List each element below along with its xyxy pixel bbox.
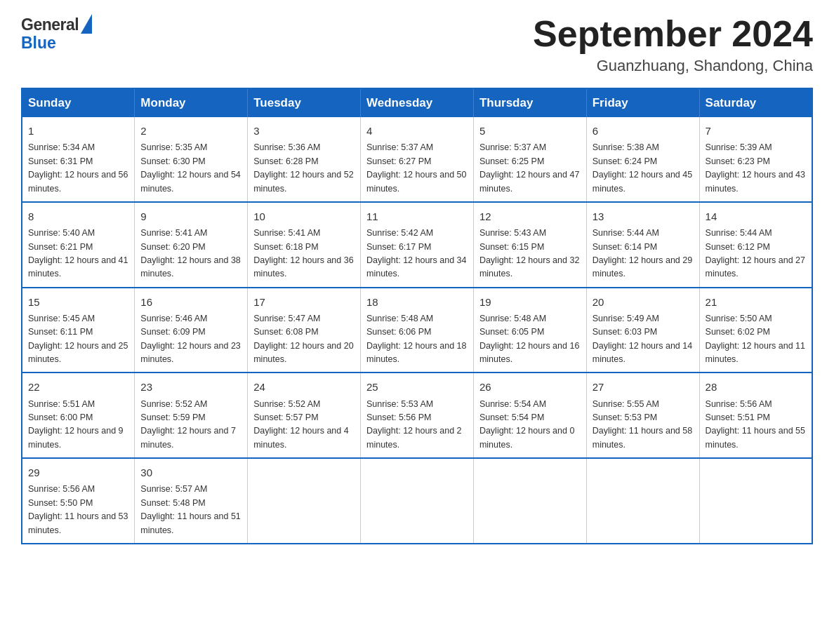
calendar-cell: 6Sunrise: 5:38 AMSunset: 6:24 PMDaylight… bbox=[586, 117, 699, 202]
day-number: 19 bbox=[479, 294, 581, 310]
weekday-header-sunday: Sunday bbox=[22, 88, 135, 117]
day-number: 21 bbox=[706, 294, 806, 310]
calendar-cell bbox=[473, 458, 586, 544]
day-number: 22 bbox=[28, 379, 128, 395]
calendar-cell: 15Sunrise: 5:45 AMSunset: 6:11 PMDayligh… bbox=[22, 288, 135, 373]
day-number: 3 bbox=[253, 123, 355, 139]
logo-general-text: General bbox=[21, 15, 79, 34]
day-number: 11 bbox=[366, 208, 468, 224]
month-title: September 2024 bbox=[533, 14, 813, 54]
calendar-cell bbox=[361, 458, 474, 544]
calendar-cell: 22Sunrise: 5:51 AMSunset: 6:00 PMDayligh… bbox=[22, 373, 135, 458]
page-wrapper: General Blue September 2024 Guanzhuang, … bbox=[0, 0, 834, 558]
calendar-cell: 26Sunrise: 5:54 AMSunset: 5:54 PMDayligh… bbox=[473, 373, 586, 458]
calendar-cell: 24Sunrise: 5:52 AMSunset: 5:57 PMDayligh… bbox=[248, 373, 361, 458]
calendar-cell: 13Sunrise: 5:44 AMSunset: 6:14 PMDayligh… bbox=[586, 202, 699, 288]
calendar-cell: 7Sunrise: 5:39 AMSunset: 6:23 PMDaylight… bbox=[699, 117, 812, 202]
logo-blue-text: Blue bbox=[21, 34, 56, 53]
day-number: 30 bbox=[140, 464, 241, 481]
calendar-week-row: 29Sunrise: 5:56 AMSunset: 5:50 PMDayligh… bbox=[22, 458, 812, 544]
day-number: 13 bbox=[593, 208, 694, 224]
calendar-cell: 4Sunrise: 5:37 AMSunset: 6:27 PMDaylight… bbox=[361, 117, 474, 202]
calendar-cell: 17Sunrise: 5:47 AMSunset: 6:08 PMDayligh… bbox=[248, 288, 361, 373]
calendar-week-row: 8Sunrise: 5:40 AMSunset: 6:21 PMDaylight… bbox=[22, 202, 812, 288]
logo: General Blue bbox=[21, 14, 92, 53]
day-number: 9 bbox=[140, 208, 241, 224]
title-block: September 2024 Guanzhuang, Shandong, Chi… bbox=[533, 14, 813, 75]
weekday-header-thursday: Thursday bbox=[473, 88, 586, 117]
calendar-cell: 12Sunrise: 5:43 AMSunset: 6:15 PMDayligh… bbox=[473, 202, 586, 288]
calendar-cell: 21Sunrise: 5:50 AMSunset: 6:02 PMDayligh… bbox=[699, 288, 812, 373]
calendar-cell: 23Sunrise: 5:52 AMSunset: 5:59 PMDayligh… bbox=[135, 373, 248, 458]
calendar-week-row: 15Sunrise: 5:45 AMSunset: 6:11 PMDayligh… bbox=[22, 288, 812, 373]
weekday-header-saturday: Saturday bbox=[699, 88, 812, 117]
calendar-cell: 29Sunrise: 5:56 AMSunset: 5:50 PMDayligh… bbox=[22, 458, 135, 544]
weekday-header-friday: Friday bbox=[586, 88, 699, 117]
day-number: 28 bbox=[706, 379, 806, 395]
day-number: 6 bbox=[593, 123, 694, 139]
day-number: 26 bbox=[479, 379, 581, 395]
calendar-week-row: 1Sunrise: 5:34 AMSunset: 6:31 PMDaylight… bbox=[22, 117, 812, 202]
calendar-cell: 28Sunrise: 5:56 AMSunset: 5:51 PMDayligh… bbox=[699, 373, 812, 458]
calendar-cell: 9Sunrise: 5:41 AMSunset: 6:20 PMDaylight… bbox=[135, 202, 248, 288]
day-number: 27 bbox=[593, 379, 694, 395]
calendar-cell: 3Sunrise: 5:36 AMSunset: 6:28 PMDaylight… bbox=[248, 117, 361, 202]
calendar-cell bbox=[586, 458, 699, 544]
weekday-header-monday: Monday bbox=[135, 88, 248, 117]
logo-triangle-icon bbox=[81, 14, 92, 34]
calendar-cell: 1Sunrise: 5:34 AMSunset: 6:31 PMDaylight… bbox=[22, 117, 135, 202]
calendar-cell: 11Sunrise: 5:42 AMSunset: 6:17 PMDayligh… bbox=[361, 202, 474, 288]
day-number: 20 bbox=[593, 294, 694, 310]
day-number: 15 bbox=[28, 294, 128, 310]
header: General Blue September 2024 Guanzhuang, … bbox=[21, 14, 813, 75]
day-number: 5 bbox=[479, 123, 581, 139]
calendar-cell: 10Sunrise: 5:41 AMSunset: 6:18 PMDayligh… bbox=[248, 202, 361, 288]
day-number: 18 bbox=[366, 294, 468, 310]
day-number: 4 bbox=[366, 123, 468, 139]
day-number: 17 bbox=[253, 294, 355, 310]
calendar-cell: 18Sunrise: 5:48 AMSunset: 6:06 PMDayligh… bbox=[361, 288, 474, 373]
calendar-cell bbox=[699, 458, 812, 544]
day-number: 10 bbox=[253, 208, 355, 224]
calendar-cell: 20Sunrise: 5:49 AMSunset: 6:03 PMDayligh… bbox=[586, 288, 699, 373]
day-number: 2 bbox=[140, 123, 241, 139]
location-title: Guanzhuang, Shandong, China bbox=[533, 57, 813, 75]
day-number: 12 bbox=[479, 208, 581, 224]
day-number: 25 bbox=[366, 379, 468, 395]
day-number: 24 bbox=[253, 379, 355, 395]
calendar-cell: 8Sunrise: 5:40 AMSunset: 6:21 PMDaylight… bbox=[22, 202, 135, 288]
day-number: 1 bbox=[28, 123, 128, 139]
calendar-header-row: SundayMondayTuesdayWednesdayThursdayFrid… bbox=[22, 88, 812, 117]
day-number: 23 bbox=[140, 379, 241, 395]
calendar-cell: 25Sunrise: 5:53 AMSunset: 5:56 PMDayligh… bbox=[361, 373, 474, 458]
day-number: 7 bbox=[706, 123, 806, 139]
calendar-cell: 30Sunrise: 5:57 AMSunset: 5:48 PMDayligh… bbox=[135, 458, 248, 544]
calendar-cell: 16Sunrise: 5:46 AMSunset: 6:09 PMDayligh… bbox=[135, 288, 248, 373]
day-number: 8 bbox=[28, 208, 128, 224]
calendar-cell bbox=[248, 458, 361, 544]
calendar-cell: 19Sunrise: 5:48 AMSunset: 6:05 PMDayligh… bbox=[473, 288, 586, 373]
day-number: 14 bbox=[706, 208, 806, 224]
calendar-cell: 27Sunrise: 5:55 AMSunset: 5:53 PMDayligh… bbox=[586, 373, 699, 458]
day-number: 29 bbox=[28, 464, 128, 481]
calendar-table: SundayMondayTuesdayWednesdayThursdayFrid… bbox=[21, 88, 813, 544]
day-number: 16 bbox=[140, 294, 241, 310]
weekday-header-wednesday: Wednesday bbox=[361, 88, 474, 117]
calendar-week-row: 22Sunrise: 5:51 AMSunset: 6:00 PMDayligh… bbox=[22, 373, 812, 458]
calendar-cell: 5Sunrise: 5:37 AMSunset: 6:25 PMDaylight… bbox=[473, 117, 586, 202]
weekday-header-tuesday: Tuesday bbox=[248, 88, 361, 117]
calendar-cell: 2Sunrise: 5:35 AMSunset: 6:30 PMDaylight… bbox=[135, 117, 248, 202]
calendar-cell: 14Sunrise: 5:44 AMSunset: 6:12 PMDayligh… bbox=[699, 202, 812, 288]
